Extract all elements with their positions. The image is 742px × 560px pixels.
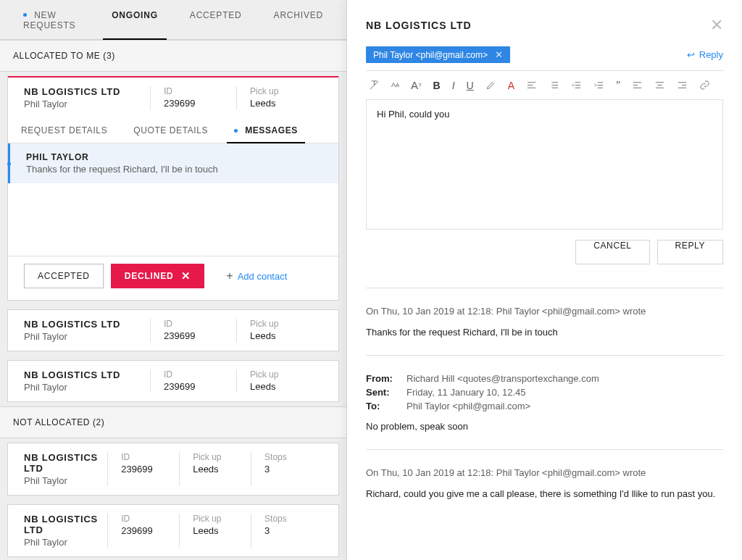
meta-from: From: Richard Hill <quotes@transportexch… [366,373,723,384]
pickup-value: Leeds [193,464,238,475]
section-allocated[interactable]: ALLOCATED TO ME (3) [0,40,346,72]
editor-actions: CANCEL REPLY [366,240,723,264]
id-label: ID [164,319,223,329]
editor-toolbar: AA A? B I U A ” [366,71,723,99]
close-panel-button[interactable]: ✕ [710,17,723,33]
pickup-value: Leeds [250,381,309,392]
underline-icon[interactable]: U [467,80,474,91]
pickup-value: Leeds [250,98,309,109]
pickup-label: Pick up [250,319,309,329]
section-not-allocated[interactable]: NOT ALLOCATED (2) [0,406,346,438]
message-snippet: Thanks for the request Richard, I'll be … [26,164,322,175]
recipient-chip[interactable]: Phil Taylor <phil@gmail.com> ✕ [366,46,510,63]
italic-icon[interactable]: I [452,80,455,91]
tab-label: ACCEPTED [190,10,242,20]
tab-label: ARCHIVED [274,10,323,20]
meta-key: From: [366,373,396,384]
recipient-row: Phil Taylor <phil@gmail.com> ✕ ↩︎ Reply [366,46,723,71]
col-pickup: Pick up Leeds [237,86,322,109]
meta-key: To: [366,401,396,411]
pickup-value: Leeds [193,525,238,536]
stops-value: 3 [264,525,309,536]
pickup-label: Pick up [250,369,309,380]
font-size-up-icon[interactable]: A? [411,80,421,91]
indent-increase-icon[interactable] [593,80,604,91]
id-value: 239699 [121,464,166,475]
accepted-button[interactable]: ACCEPTED [24,264,104,288]
card-title: NB LOGISTICS LTD [24,369,143,380]
list-icon[interactable] [549,80,559,91]
id-value: 239699 [121,525,166,536]
message-editor[interactable]: Hi Phil, could you [366,99,723,230]
clear-format-icon[interactable] [369,80,380,91]
message-row[interactable]: PHIL TAYLOR Thanks for the request Richa… [8,143,338,183]
subtab-messages[interactable]: MESSAGES [221,118,311,143]
font-size-down-icon[interactable]: AA [391,80,399,91]
pickup-value: Leeds [250,330,309,341]
quote-icon[interactable]: ” [616,80,620,91]
declined-label: DECLINED [125,271,174,281]
card-contact: Phil Taylor [24,537,100,548]
request-card[interactable]: NB LOGISTICS LTD Phil Taylor ID 239699 P… [7,443,339,496]
pickup-label: Pick up [193,514,238,524]
link-icon[interactable] [699,80,710,91]
reply-button[interactable]: REPLY [657,240,723,264]
card-contact: Phil Taylor [24,331,143,342]
right-pane: NB LOGISTICS LTD ✕ Phil Taylor <phil@gma… [346,0,742,560]
panel-title: NB LOGISTICS LTD [366,20,472,31]
unread-dot-icon [234,129,238,133]
card-subtabs: REQUEST DETAILS QUOTE DETAILS MESSAGES [8,118,338,143]
unread-dot-icon [7,162,11,165]
quote-body: Richard, could you give me a call please… [366,488,723,499]
tab-archived[interactable]: ARCHIVED [258,0,339,39]
remove-recipient-icon[interactable]: ✕ [495,49,503,60]
reply-link[interactable]: ↩︎ Reply [687,49,723,60]
align-left2-icon[interactable] [632,80,643,91]
meta-value: Friday, 11 January 10, 12.45 [407,387,526,398]
highlight-icon[interactable] [485,80,496,91]
tab-ongoing[interactable]: ONGOING [96,0,174,39]
tab-accepted[interactable]: ACCEPTED [174,0,258,39]
card-contact: Phil Taylor [24,382,143,393]
cancel-button[interactable]: CANCEL [575,240,649,264]
main-tabs: NEW REQUESTS ONGOING ACCEPTED ARCHIVED [0,0,346,40]
card-title: NB LOGISTICS LTD [24,514,100,535]
request-card[interactable]: NB LOGISTICS LTD Phil Taylor ID 239699 P… [7,504,339,557]
align-left-icon[interactable] [526,80,537,91]
align-center-icon[interactable] [654,80,665,91]
message-sender: PHIL TAYLOR [26,152,322,162]
id-label: ID [121,514,166,524]
id-value: 239699 [164,98,223,109]
unread-dot-icon [23,13,27,17]
request-card[interactable]: NB LOGISTICS LTD Phil Taylor ID 239699 P… [7,360,339,402]
subtab-quote-details[interactable]: QUOTE DETAILS [120,118,221,143]
left-pane: NEW REQUESTS ONGOING ACCEPTED ARCHIVED A… [0,0,346,560]
tab-label: ONGOING [112,10,158,20]
stops-label: Stops [264,514,309,524]
id-value: 239699 [164,330,223,341]
subtab-request-details[interactable]: REQUEST DETAILS [8,118,120,143]
font-color-icon[interactable]: A [508,80,514,91]
indent-decrease-icon[interactable] [571,80,582,91]
quote-header: On Thu, 10 Jan 2019 at 12:18: Phil Taylo… [366,467,723,478]
request-card[interactable]: NB LOGISTICS LTD Phil Taylor ID 239699 P… [7,309,339,351]
tab-new-requests[interactable]: NEW REQUESTS [7,0,96,39]
email-thread: On Thu, 10 Jan 2019 at 12:18: Phil Taylo… [366,288,723,499]
request-card-selected: NB LOGISTICS LTD Phil Taylor ID 239699 P… [7,76,339,301]
subtab-label: MESSAGES [245,125,298,135]
bold-icon[interactable]: B [433,80,441,91]
id-label: ID [164,369,223,380]
right-header: NB LOGISTICS LTD ✕ [366,17,723,33]
add-contact-label: Add contact [238,271,288,282]
meta-value: Richard Hill <quotes@transportexchange.c… [407,373,599,384]
declined-button[interactable]: DECLINED ✕ [111,264,205,288]
card-contact: Phil Taylor [24,99,143,109]
card-header-row[interactable]: NB LOGISTICS LTD Phil Taylor ID 239699 P… [8,76,338,118]
id-value: 239699 [164,381,223,392]
card-title: NB LOGISTICS LTD [24,452,100,474]
card-title: NB LOGISTICS LTD [24,86,143,97]
quote-header: On Thu, 10 Jan 2019 at 12:18: Phil Taylo… [366,306,723,317]
add-contact-link[interactable]: + Add contact [226,269,287,283]
id-label: ID [121,452,166,462]
align-right-icon[interactable] [677,80,688,91]
